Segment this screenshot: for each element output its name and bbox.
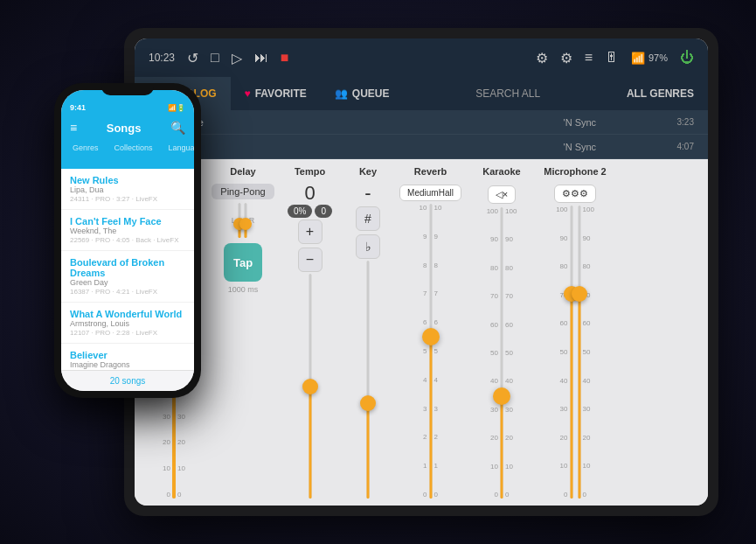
tablet-navbar: 🎵 CATALOG ♥ FAVORITE 👥 QUEUE SEARCH ALL [135, 77, 708, 110]
flat-btn[interactable]: ♭ [356, 234, 380, 259]
list-item[interactable]: What A Wonderful World Armstrong, Louis … [61, 303, 194, 344]
list-item[interactable]: Boulevard of Broken Dreams Green Day 163… [61, 251, 194, 303]
genres-label: ALL GENRES [627, 87, 694, 100]
reverb-fill [429, 337, 432, 499]
phone-bottom-bar: 20 songs [61, 370, 194, 391]
stop-icon[interactable]: □ [211, 50, 219, 66]
delay-header: Delay [230, 166, 255, 177]
mic2-scale-left: 1009080706050403020100 [552, 206, 568, 499]
mic2-slider-2[interactable] [578, 206, 581, 499]
phone-screen: 9:41 📶🔋 ≡ Songs 🔍 Genres Collections Lan… [61, 90, 194, 391]
table-row[interactable]: Bye Bye Bye 'N Sync 3:23 [135, 110, 708, 135]
tempo-column: Tempo 0 0% 0 + − [281, 166, 338, 499]
table-row[interactable]: Girlfriend 'N Sync 4:07 [135, 135, 708, 159]
song-artist: Green Day [70, 278, 185, 287]
queue-label: QUEUE [352, 87, 390, 100]
filter-genres[interactable]: Genres [66, 141, 105, 164]
nav-queue[interactable]: 👥 QUEUE [321, 77, 404, 110]
battery-pct: 97% [648, 52, 668, 63]
sharp-btn[interactable]: # [356, 206, 380, 231]
reverb-header: Reverb [414, 166, 447, 177]
mic2-dual-sliders [570, 206, 581, 499]
list-item[interactable]: New Rules Lipa, Dua 24311 · PRO · 3:27 ·… [61, 169, 194, 210]
ms-label: 1000 ms [228, 285, 259, 294]
karaoke-thumb[interactable] [493, 387, 510, 405]
song-title: Boulevard of Broken Dreams [70, 257, 185, 278]
karaoke-fill [501, 396, 503, 499]
karaoke-slider[interactable] [500, 207, 503, 499]
settings2-icon[interactable]: ⚙ [560, 50, 572, 66]
ping-pong-btn[interactable]: Ping-Pong [212, 184, 274, 199]
refresh-icon[interactable]: ↺ [187, 50, 198, 66]
song-title: What A Wonderful World [70, 309, 185, 319]
karaoke-header: Karaoke [482, 166, 520, 177]
tempo-zero-badge: 0 [315, 205, 332, 218]
karaoke-scale: 1009080706050403020100 [482, 207, 498, 499]
karaoke-mute-btn[interactable]: ◁× [488, 185, 516, 204]
song-artist: Lipa, Dua [70, 185, 185, 194]
heart-icon: ♥ [245, 87, 251, 100]
settings-icon[interactable]: ⚙ [536, 50, 548, 66]
favorite-label: FAVORITE [255, 87, 307, 100]
nav-genres[interactable]: ALL GENRES [613, 77, 708, 110]
mixer-area: Master 0 ◁× 1009080706050403020100 [135, 159, 708, 506]
record-icon[interactable]: ■ [281, 50, 289, 66]
song-title: New Rules [70, 175, 185, 185]
mic2-thumb-2[interactable] [572, 286, 587, 302]
tempo-thumb[interactable] [302, 379, 318, 394]
key-value: - [364, 182, 371, 205]
tempo-plus-btn[interactable]: + [298, 220, 323, 244]
tablet: 10:23 ↺ □ ▷ ⏭ ■ ⚙ ⚙ ≡ 🎚 📶 9 [124, 28, 718, 516]
mixer-icon[interactable]: 🎚 [605, 50, 619, 66]
play-icon[interactable]: ▷ [232, 50, 242, 66]
tempo-value: 0 [304, 182, 315, 205]
reverb-type-btn[interactable]: MediumHall [399, 185, 461, 201]
hamburger-icon[interactable]: ≡ [70, 121, 77, 135]
phone-status: 📶🔋 [168, 104, 185, 112]
karaoke-mute-icon: ◁× [496, 189, 508, 200]
eq-icon: ⚙⚙⚙ [562, 188, 588, 199]
delay-slider-r[interactable] [244, 203, 247, 238]
karaoke-scale-right: 1009080706050403020100 [505, 207, 521, 499]
list-item[interactable]: I Can't Feel My Face Weeknd, The 22569 ·… [61, 210, 194, 251]
delay-lr: L [232, 203, 255, 238]
key-thumb[interactable] [360, 395, 376, 411]
mic2-scale-right: 1009080706050403020100 [583, 206, 599, 499]
mic2-slider-wrap: 1009080706050403020100 [540, 206, 610, 499]
phone-filters: Genres Collections Languages Recently su… [61, 141, 194, 169]
song-artist-2: 'N Sync [564, 142, 669, 152]
list-item[interactable]: Believer Imagine Dragons 28127 · PRO · 3… [61, 344, 194, 370]
skip-icon[interactable]: ⏭ [254, 50, 268, 66]
mic2-slider-1[interactable] [570, 206, 573, 499]
tempo-slider[interactable] [309, 274, 312, 499]
reverb-thumb[interactable] [422, 328, 440, 345]
filter-collections[interactable]: Collections [108, 141, 159, 164]
tempo-minus-btn[interactable]: − [298, 248, 323, 272]
reverb-scale-left: 109876543210 [415, 204, 427, 499]
filter-languages[interactable]: Languages [163, 141, 194, 164]
nav-favorite[interactable]: ♥ FAVORITE [231, 77, 321, 110]
key-slider[interactable] [366, 261, 370, 499]
song-rows: Bye Bye Bye 'N Sync 3:23 Girlfriend 'N S… [135, 110, 708, 159]
tempo-pct-row: 0% 0 [288, 205, 332, 218]
tablet-time: 10:23 [149, 52, 175, 64]
song-artist: Imagine Dragons [70, 360, 185, 369]
delay-thumb-r[interactable] [239, 218, 252, 230]
mic2-eq-btn[interactable]: ⚙⚙⚙ [554, 185, 596, 203]
reverb-slider[interactable] [429, 204, 433, 499]
tempo-header: Tempo [295, 166, 325, 177]
phone-songlist[interactable]: New Rules Lipa, Dua 24311 · PRO · 3:27 ·… [61, 169, 194, 370]
delay-sliders [238, 203, 247, 238]
tap-button[interactable]: Tap [224, 243, 262, 282]
song-title: Believer [70, 350, 185, 360]
phone-search-icon[interactable]: 🔍 [170, 121, 185, 135]
tablet-topbar-right: ⚙ ⚙ ≡ 🎚 📶 97% ⏻ [536, 50, 694, 66]
song-time-2: 4:07 [677, 142, 694, 151]
power-icon[interactable]: ⏻ [680, 50, 694, 66]
equalizer-icon[interactable]: ≡ [585, 50, 593, 66]
song-count: 20 songs [110, 376, 146, 386]
song-title-2: Girlfriend [149, 142, 555, 152]
karaoke-slider-wrap: 1009080706050403020100 10090807060504030… [467, 207, 537, 499]
search-label: SEARCH ALL [475, 87, 540, 100]
nav-search[interactable]: SEARCH ALL [403, 77, 612, 110]
